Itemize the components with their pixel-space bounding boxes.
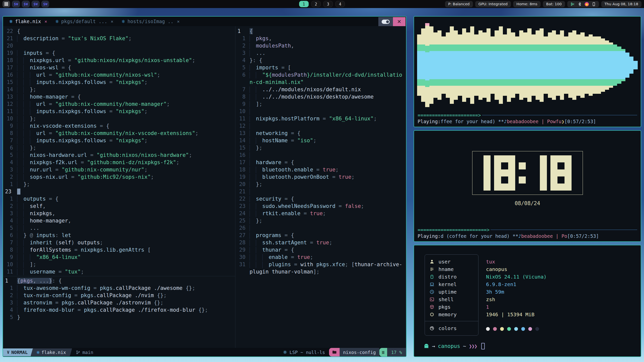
project-label: nixos-config	[343, 350, 376, 355]
nix-flake-icon: ❄	[122, 18, 125, 24]
code-line: 9 "x86_64-linux"	[3, 254, 235, 261]
tab-hosts-isoImag-[interactable]: ❄hosts/isoImag ..✕	[122, 18, 180, 24]
tag-3[interactable]: 3	[323, 1, 333, 7]
tab-pkgs-default-[interactable]: ❄pkgs/default ...✕	[56, 18, 113, 24]
code-line: 6 };	[3, 144, 235, 152]
code-line: 3 astronvim = pkgs.callPackage ./astronv…	[3, 299, 235, 306]
color-dot	[500, 327, 504, 331]
fetch-value-pkgs: 1	[486, 303, 547, 311]
tray[interactable]	[567, 1, 599, 7]
fetch-row-shell: shell	[425, 296, 478, 303]
close-icon[interactable]: ✕	[110, 19, 113, 24]
datetime-label: Thu Aug 08, 18:18	[605, 2, 638, 6]
code-line: 11 nixpkgs.hostPlatform = "x86_64-linux"…	[235, 115, 406, 122]
git-branch[interactable]: main	[76, 350, 93, 355]
code-line: 8 url = "github:nix-community/nix-vscode…	[3, 130, 235, 137]
code-line: 5 ...	[3, 224, 235, 232]
code-line: 29 thunar = {	[235, 246, 406, 254]
ghost-icon	[424, 343, 429, 349]
code-line: 5 nixos-hardware.url = "github:nixos/nix…	[3, 152, 235, 159]
pane-iso-image-nix[interactable]: 1{1 pkgs,2 modulesPath,3 ...4}: {5 impor…	[235, 26, 406, 348]
close-icon[interactable]: ✕	[176, 19, 180, 24]
code-line: 26	[235, 224, 406, 232]
code-line: 16 url = "github:nix-community/nixos-wsl…	[3, 71, 235, 79]
fetch-values: tuxcanopusNixOS 24.11 (Vicuna)6.9.8-zen1…	[478, 254, 547, 336]
workspace-app-button[interactable]: $W	[12, 1, 20, 7]
code-line: 1 tux-awesome-wm-config = pkgs.callPacka…	[3, 285, 235, 292]
lsp-segment: LSP ~ null-ls	[283, 350, 325, 355]
terminal-icon	[429, 297, 434, 302]
code-line: 11 username = "tux";	[3, 268, 235, 276]
track-progress: ========================>	[414, 227, 641, 233]
prompt-host: canopus	[438, 343, 460, 349]
code-line: 23 sudo.wheelNeedsPassword = false;	[235, 203, 406, 210]
colors-label: colors	[438, 325, 457, 331]
code-line: 19 bluetooth.powerOnBoot = true;	[235, 173, 406, 181]
branch-icon	[76, 350, 80, 354]
code-line: 21 description = "tux's NixOS Flake";	[3, 35, 235, 42]
close-icon: ✕	[397, 19, 401, 25]
code-line: 13 networking = {	[235, 130, 406, 137]
code-line: 4}: {	[235, 57, 406, 64]
code-line: 6 "${modulesPath}/installer/cd-dvd/insta…	[235, 71, 406, 79]
tab-flake-nix[interactable]: ❄flake.nix✕	[10, 18, 47, 24]
folder-icon	[332, 350, 337, 354]
workspace-app-button[interactable]: $W	[42, 1, 49, 7]
code-line: 2 self,	[3, 203, 235, 210]
close-window-button[interactable]: ✕	[393, 17, 406, 26]
audio-visualizer	[414, 17, 641, 112]
color-dot	[528, 327, 532, 331]
clock-date: 08/08/24	[515, 200, 540, 206]
code-line: 23	[3, 188, 235, 195]
lines-icon: ≡	[382, 350, 385, 355]
tab-label: pkgs/default ...	[61, 19, 107, 24]
laptop-icon	[429, 282, 434, 287]
chip-icon	[429, 312, 434, 317]
code-line: 2 modulesPath,	[235, 42, 406, 50]
code-line: 12 url = "github:nix-community/home-mana…	[3, 101, 235, 108]
fetch-row-memory: memory	[425, 311, 478, 318]
grid-icon	[4, 2, 8, 6]
fetch-value-distro: NixOS 24.11 (Vicuna)	[486, 273, 547, 281]
progress-track	[491, 230, 637, 230]
status-pill[interactable]: Bat: 100	[543, 1, 565, 7]
shell-prompt[interactable]: → canopus ~ ❯❯❯	[424, 343, 485, 349]
fetch-row-user: user	[425, 258, 478, 265]
visualizer-window: =====================> Playing: ffee for…	[414, 16, 641, 127]
nix-flake-icon: ❄	[10, 18, 13, 24]
fetch-value-hname: canopus	[486, 265, 547, 273]
pane-pkgs-default-nix[interactable]: 1{pkgs, ...}: {1 tux-awesome-wm-config =…	[3, 276, 235, 348]
tag-1[interactable]: 1	[299, 1, 309, 7]
clock-pill[interactable]: Thu Aug 08, 18:18	[601, 1, 641, 7]
code-line: 16	[235, 152, 406, 159]
workspace-app-button[interactable]: $W	[32, 1, 39, 7]
fetch-value-memory: 1946 | 15394 MiB	[486, 311, 547, 318]
clock-area: 08/08/24	[414, 131, 641, 227]
code-line: 4 firefox-mod-blur = pkgs.callPackage ./…	[3, 306, 235, 314]
color-dot	[486, 327, 490, 331]
status-pill[interactable]: P: Balanced	[445, 1, 473, 7]
tag-4[interactable]: 4	[335, 1, 345, 7]
code-line: 18 bluetooth.enable = true;	[235, 166, 406, 173]
status-pill[interactable]: GPU: Integrated	[475, 1, 511, 7]
tag-2[interactable]: 2	[311, 1, 321, 7]
progress-text: ========================>	[418, 227, 490, 233]
scroll-label: 17 %	[391, 350, 402, 355]
project-icon-segment	[329, 348, 340, 356]
code-line: 8 forAllSystems = nixpkgs.lib.genAttrs [	[3, 246, 235, 254]
launcher-button[interactable]	[3, 1, 10, 7]
code-line: 7 ../../modules/nixos/default.nix	[235, 86, 406, 93]
fetch-value-kernel: 6.9.8-zen1	[486, 281, 547, 288]
color-dot	[514, 327, 518, 331]
close-icon[interactable]: ✕	[44, 19, 47, 24]
pane-flake-nix[interactable]: 22{21 description = "tux's NixOS Flake";…	[3, 26, 235, 276]
code-line: 3 ...	[235, 50, 406, 57]
fetch-row-kernel: kernel	[425, 281, 478, 288]
code-line: 14 };	[3, 86, 235, 93]
status-pill[interactable]: Home: 8ms	[513, 1, 541, 7]
workspace-app-button[interactable]: $W	[22, 1, 30, 7]
vim-icon: V	[7, 350, 9, 354]
code-line: 11 inputs.nixpkgs.follows = "nixpkgs";	[3, 108, 235, 115]
toggle-button[interactable]	[378, 17, 393, 26]
code-line: 30 enable = true;	[235, 254, 406, 261]
